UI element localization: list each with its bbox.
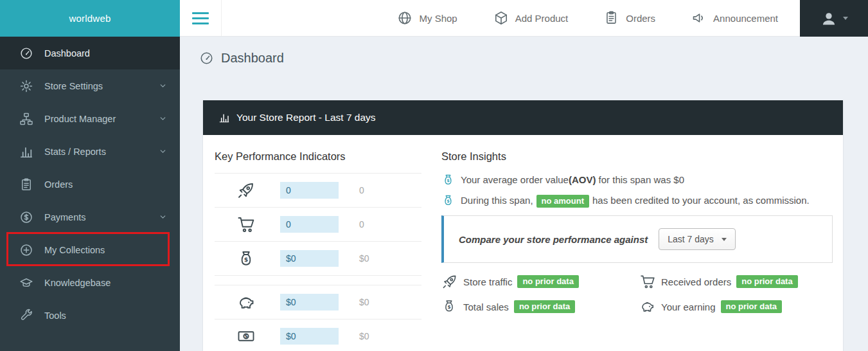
plus-circle-icon: [19, 243, 33, 257]
topnav-add-product[interactable]: Add Product: [493, 10, 569, 26]
clipboard-icon: [604, 10, 619, 26]
comparison-stats: Store traffic no prior data Received ord…: [441, 273, 833, 315]
sidebar-item-payments[interactable]: Payments: [0, 201, 180, 233]
topnav-my-shop[interactable]: My Shop: [397, 10, 457, 26]
commission-text: During this span,no amounthas been credi…: [461, 195, 810, 206]
globe-icon: [397, 10, 412, 26]
stat-store-traffic: Store traffic no prior data: [441, 273, 639, 290]
wrench-icon: [19, 309, 33, 323]
sidebar-item-label: Knowledgebase: [44, 278, 111, 288]
kpi-current-value: 0: [280, 182, 339, 199]
graduation-cap-icon: [19, 276, 33, 290]
no-amount-badge: no amount: [536, 195, 589, 208]
commission-text-post: has been credited to your account, as co…: [592, 195, 810, 206]
hamburger-menu-icon[interactable]: [180, 0, 222, 36]
store-report-title: Your Store Report - Last 7 days: [236, 112, 376, 123]
topnav-label: Orders: [626, 13, 655, 24]
kpi-row-commission: $0 $0: [215, 320, 421, 351]
sidebar-item-label: Store Settings: [44, 81, 103, 91]
sidebar-item-orders[interactable]: Orders: [0, 168, 180, 201]
sidebar-item-product-manager[interactable]: Product Manager: [0, 102, 180, 135]
sidebar-item-label: Stats / Reports: [44, 147, 106, 157]
rocket-icon: [231, 181, 261, 200]
store-report-header: Your Store Report - Last 7 days: [203, 100, 843, 135]
piggy-bank-icon: [639, 298, 656, 315]
aov-text: Your average order value(AOV) for this s…: [461, 174, 684, 185]
bar-chart-icon: [19, 145, 33, 159]
no-prior-data-badge: no prior data: [517, 275, 578, 288]
dollar-circle-icon: [19, 210, 33, 224]
sidebar-item-label: My Collections: [44, 245, 105, 255]
store-report-body: Key Performance Indicators 0 0 0 0: [203, 135, 843, 351]
stat-label: Received orders: [661, 276, 731, 287]
kpi-prior-value: 0: [359, 219, 364, 230]
aov-text-pre: Your average order value: [461, 174, 569, 185]
banknote-icon: [231, 327, 261, 346]
stat-label: Store traffic: [463, 276, 512, 287]
chevron-down-icon: [159, 213, 167, 221]
insights-title: Store Insights: [441, 150, 833, 163]
kpi-prior-value: $0: [359, 253, 369, 264]
commission-text-pre: During this span,: [461, 195, 533, 206]
topbar: My Shop Add Product Orders Announcement: [180, 0, 868, 37]
money-bag-icon: [441, 173, 455, 186]
megaphone-icon: [691, 10, 707, 26]
topnav-announcement[interactable]: Announcement: [691, 10, 778, 26]
topnav-label: Add Product: [515, 13, 569, 24]
sidebar-item-knowledgebase[interactable]: Knowledgebase: [0, 266, 180, 299]
kpi-group-2: $0 $0 $0 $0: [215, 285, 421, 351]
dashboard-icon: [199, 51, 214, 66]
kpi-current-value: $0: [280, 328, 339, 345]
commission-insight: During this span,no amounthas been credi…: [441, 194, 833, 207]
compare-label: Compare your store performance against: [459, 234, 648, 245]
kpi-current-value: $0: [280, 250, 339, 267]
main-content: Dashboard Your Store Report - Last 7 day…: [180, 37, 868, 351]
kpi-row-traffic: 0 0: [215, 174, 421, 208]
no-prior-data-badge: no prior data: [514, 300, 575, 313]
stat-total-sales: Total sales no prior data: [441, 298, 639, 315]
kpi-current-value: 0: [280, 216, 339, 233]
topnav: My Shop Add Product Orders Announcement: [397, 10, 778, 26]
bar-chart-icon: [218, 112, 230, 123]
cart-icon: [231, 215, 261, 234]
sidebar-item-label: Dashboard: [44, 48, 90, 59]
chevron-down-icon: [159, 147, 167, 156]
cart-icon: [639, 273, 656, 290]
brand: worldweb: [0, 0, 180, 37]
store-insights-section: Store Insights Your average order value(…: [441, 147, 833, 351]
compare-performance-box: Compare your store performance against L…: [441, 215, 833, 263]
chevron-down-icon: [159, 114, 167, 123]
no-prior-data-badge: no prior data: [721, 300, 782, 313]
chevron-down-icon: [159, 82, 167, 90]
topnav-orders[interactable]: Orders: [604, 10, 655, 26]
sidebar-item-dashboard[interactable]: Dashboard: [0, 37, 180, 69]
kpi-row-sales: $0 $0: [215, 242, 421, 276]
sidebar-item-tools[interactable]: Tools: [0, 299, 180, 332]
sidebar-item-label: Orders: [44, 179, 73, 190]
stat-label: Total sales: [463, 302, 509, 312]
kpi-row-orders: 0 0: [215, 208, 421, 242]
aov-insight: Your average order value(AOV) for this s…: [441, 173, 833, 186]
money-bag-icon: [441, 194, 455, 207]
sidebar-item-label: Payments: [44, 212, 85, 222]
topnav-label: My Shop: [419, 13, 457, 24]
sidebar: worldweb Dashboard Store Settings Produc…: [0, 0, 180, 351]
sidebar-item-store-settings[interactable]: Store Settings: [0, 69, 180, 102]
user-menu[interactable]: [800, 0, 868, 37]
stat-label: Your earning: [661, 302, 716, 312]
caret-down-icon: [722, 238, 727, 241]
sidebar-item-stats-reports[interactable]: Stats / Reports: [0, 135, 180, 168]
kpi-title: Key Performance Indicators: [215, 150, 421, 163]
store-report-panel: Your Store Report - Last 7 days Key Perf…: [203, 100, 843, 351]
kpi-current-value: $0: [280, 294, 339, 310]
piggy-bank-icon: [231, 292, 261, 312]
sidebar-nav: Dashboard Store Settings Product Manager…: [0, 37, 180, 332]
sidebar-item-my-collections[interactable]: My Collections: [0, 233, 180, 266]
kpi-prior-value: 0: [359, 185, 364, 195]
sitemap-icon: [19, 112, 33, 126]
timespan-dropdown[interactable]: Last 7 days: [659, 228, 736, 250]
kpi-prior-value: $0: [359, 297, 369, 307]
gear-icon: [19, 79, 33, 93]
rocket-icon: [441, 273, 458, 290]
aov-text-bold: (AOV): [569, 174, 596, 185]
